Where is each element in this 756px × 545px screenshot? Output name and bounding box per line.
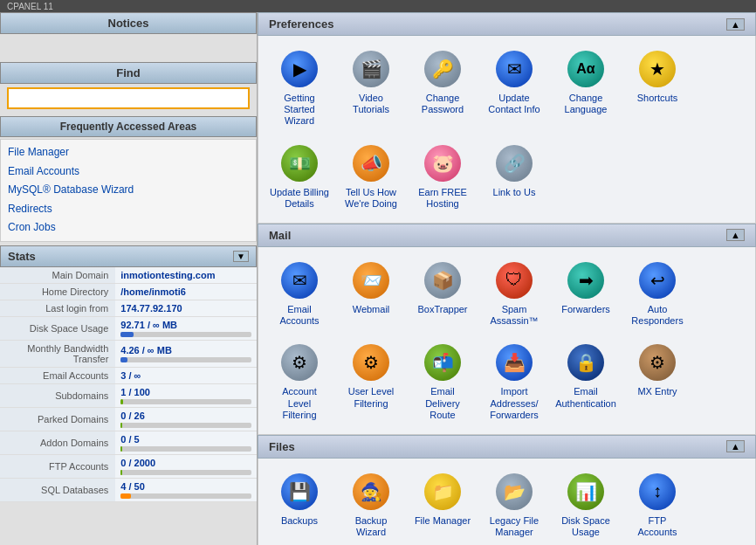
stat-value: 4.26 / ∞ MB (115, 340, 257, 367)
change-password-icon: 🔑 (424, 51, 461, 87)
top-bar-label: CPANEL 11 (7, 2, 53, 11)
icon-backup-wizard[interactable]: 🧙 Backup Wizard (337, 466, 405, 544)
icon-import-addresses[interactable]: 📥 Import Addresses/ Forwarders (480, 336, 548, 427)
icon-update-contact[interactable]: ✉ Update Contact Info (480, 43, 548, 134)
files-scroll-btn[interactable]: ▲ (726, 440, 745, 452)
find-title: Find (0, 62, 257, 84)
shortcuts-icon: ★ (639, 51, 676, 87)
freq-link-email-accounts[interactable]: Email Accounts (8, 162, 249, 182)
preferences-section: Preferences ▲ ▶ Getting Started Wizard 🎬… (258, 12, 756, 224)
icon-change-password[interactable]: 🔑 Change Password (409, 43, 477, 134)
freq-section: Frequently Accessed Areas File Manager E… (0, 116, 257, 242)
top-bar: CPANEL 11 (0, 0, 756, 12)
mail-section: Mail ▲ ✉ Email Accounts 📨 Webmail 📦 BoxT… (258, 224, 756, 435)
webmail-icon: 📨 (353, 262, 389, 299)
stat-row-bandwidth: Monthly Bandwidth Transfer 4.26 / ∞ MB (0, 340, 257, 367)
stat-row-sql: SQL Databases 4 / 50 (0, 478, 257, 501)
stat-row-email-accts: Email Accounts 3 / ∞ (0, 367, 257, 383)
icon-legacy-file-manager[interactable]: 📂 Legacy File Manager (480, 466, 548, 544)
freq-link-file-manager[interactable]: File Manager (8, 143, 249, 162)
stat-value: 92.71 / ∞ MB (115, 316, 257, 340)
stat-label: FTP Accounts (0, 454, 115, 478)
main-content: Preferences ▲ ▶ Getting Started Wizard 🎬… (258, 12, 756, 545)
email-delivery-icon: 📬 (424, 344, 461, 381)
mail-scroll-btn[interactable]: ▲ (726, 229, 745, 241)
icon-webmail[interactable]: 📨 Webmail (337, 254, 405, 333)
stat-row-disk: Disk Space Usage 92.71 / ∞ MB (0, 316, 257, 340)
stat-row-main-domain: Main Domain inmotiontesting.com (0, 267, 257, 284)
icon-file-manager[interactable]: 📁 File Manager (409, 466, 477, 544)
stat-label: Last login from (0, 300, 115, 316)
notices-title: Notices (0, 12, 257, 34)
stat-row-last-login: Last login from 174.77.92.170 (0, 300, 257, 316)
icon-forwarders[interactable]: ➡ Forwarders (552, 254, 620, 333)
freq-link-cron[interactable]: Cron Jobs (8, 218, 249, 238)
icon-video-tutorials[interactable]: 🎬 Video Tutorials (337, 43, 405, 134)
files-icons-grid: 💾 Backups 🧙 Backup Wizard 📁 File Manager… (258, 459, 756, 545)
file-manager-icon: 📁 (424, 473, 461, 510)
video-tutorials-icon: 🎬 (353, 51, 389, 87)
stat-row-subdomains: Subdomains 1 / 100 (0, 383, 257, 407)
notices-area (0, 34, 257, 60)
mail-title: Mail (269, 229, 291, 242)
tell-us-icon: 📣 (353, 145, 389, 182)
email-auth-icon: 🔒 (567, 344, 604, 381)
stat-value: 0 / 2000 (115, 454, 257, 478)
icon-spam-assassin[interactable]: 🛡 Spam Assassin™ (480, 254, 548, 333)
icon-link-to-us[interactable]: 🔗 Link to Us (480, 137, 548, 216)
earn-hosting-icon: 🐷 (424, 145, 461, 182)
stats-table: Main Domain inmotiontesting.com Home Dir… (0, 267, 257, 502)
icon-email-auth[interactable]: 🔒 Email Authentication (552, 336, 620, 427)
freq-link-mysql[interactable]: MySQL® Database Wizard (8, 181, 249, 200)
files-section: Files ▲ 💾 Backups 🧙 Backup Wizard 📁 File… (258, 435, 756, 545)
stat-value: 174.77.92.170 (115, 300, 257, 316)
icon-user-level-filtering[interactable]: ⚙ User Level Filtering (337, 336, 405, 427)
icon-earn-hosting[interactable]: 🐷 Earn FREE Hosting (409, 137, 477, 216)
icon-tell-us[interactable]: 📣 Tell Us How We're Doing (337, 137, 405, 216)
stat-value: 3 / ∞ (115, 367, 257, 383)
icon-email-delivery[interactable]: 📬 Email Delivery Route (409, 336, 477, 427)
icon-disk-space[interactable]: 📊 Disk Space Usage (552, 466, 620, 544)
icon-mx-entry[interactable]: ⚙ MX Entry (623, 336, 691, 427)
icon-boxtrapper[interactable]: 📦 BoxTrapper (409, 254, 477, 333)
spam-assassin-icon: 🛡 (496, 262, 533, 299)
getting-started-icon: ▶ (281, 51, 318, 87)
icon-email-accounts[interactable]: ✉ Email Accounts (265, 254, 333, 333)
find-section: Find (0, 62, 257, 113)
stat-label: SQL Databases (0, 478, 115, 501)
stat-label: Main Domain (0, 267, 115, 284)
files-title: Files (269, 440, 295, 453)
icon-shortcuts[interactable]: ★ Shortcuts (623, 43, 691, 134)
freq-title: Frequently Accessed Areas (0, 116, 257, 137)
notices-section: Notices (0, 12, 257, 60)
auto-responders-icon: ↩ (639, 262, 676, 299)
icon-change-language[interactable]: Aα Change Language (552, 43, 620, 134)
icon-getting-started[interactable]: ▶ Getting Started Wizard (265, 43, 333, 134)
stat-label: Email Accounts (0, 367, 115, 383)
stats-scroll-btn[interactable]: ▼ (233, 251, 249, 262)
stats-title: Stats (8, 250, 36, 263)
stat-row-parked: Parked Domains 0 / 26 (0, 407, 257, 431)
link-to-us-icon: 🔗 (496, 145, 533, 182)
backups-icon: 💾 (281, 473, 318, 510)
forwarders-icon: ➡ (567, 262, 604, 299)
boxtrapper-icon: 📦 (424, 262, 461, 299)
icon-account-level-filtering[interactable]: ⚙ Account Level Filtering (265, 336, 333, 427)
icon-update-billing[interactable]: 💵 Update Billing Details (265, 137, 333, 216)
search-input[interactable] (7, 87, 250, 109)
stat-value: 1 / 100 (115, 383, 257, 407)
update-contact-icon: ✉ (496, 51, 533, 87)
backup-wizard-icon: 🧙 (353, 473, 389, 510)
icon-backups[interactable]: 💾 Backups (265, 466, 333, 544)
legacy-file-manager-icon: 📂 (496, 473, 533, 510)
icon-auto-responders[interactable]: ↩ Auto Responders (623, 254, 691, 333)
stat-row-addon: Addon Domains 0 / 5 (0, 431, 257, 454)
icon-ftp-accounts[interactable]: ↕ FTP Accounts (623, 466, 691, 544)
mail-icons-grid: ✉ Email Accounts 📨 Webmail 📦 BoxTrapper … (258, 247, 756, 435)
freq-link-redirects[interactable]: Redirects (8, 200, 249, 219)
stat-label: Monthly Bandwidth Transfer (0, 340, 115, 367)
preferences-scroll-btn[interactable]: ▲ (726, 18, 745, 31)
sidebar: Notices Find Frequently Accessed Areas F… (0, 12, 258, 545)
preferences-icons-grid: ▶ Getting Started Wizard 🎬 Video Tutoria… (258, 36, 756, 224)
stat-value: 4 / 50 (115, 478, 257, 501)
